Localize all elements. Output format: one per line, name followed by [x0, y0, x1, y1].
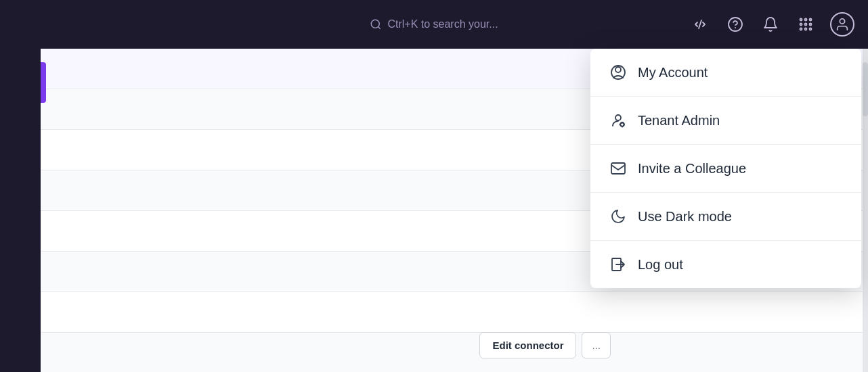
invite-colleague-label: Invite a Colleague: [638, 161, 746, 177]
my-account-label: My Account: [638, 65, 708, 80]
purple-indicator: [41, 62, 46, 103]
content-row-8: [41, 333, 868, 372]
navbar: Ctrl+K to search your...: [0, 0, 868, 49]
svg-point-5: [810, 19, 812, 21]
scrollbar-thumb[interactable]: [863, 62, 868, 116]
user-cog-icon: [609, 112, 627, 129]
menu-item-tenant-admin[interactable]: Tenant Admin: [590, 97, 861, 145]
envelope-icon: [609, 160, 627, 177]
search-placeholder: Ctrl+K to search your...: [387, 18, 498, 30]
edit-connector-button[interactable]: Edit connector: [479, 332, 576, 358]
navbar-center: Ctrl+K to search your...: [370, 18, 498, 30]
scrollbar[interactable]: [863, 49, 868, 372]
menu-item-invite-colleague[interactable]: Invite a Colleague: [590, 145, 861, 193]
svg-point-7: [805, 24, 807, 26]
svg-point-4: [805, 19, 807, 21]
svg-point-8: [810, 24, 812, 26]
bell-icon[interactable]: [760, 14, 781, 35]
sidebar-strip: [0, 49, 41, 372]
svg-point-12: [840, 19, 844, 24]
svg-point-6: [800, 24, 802, 26]
svg-rect-16: [611, 163, 625, 174]
help-icon[interactable]: [724, 14, 746, 35]
svg-point-14: [615, 115, 621, 120]
svg-point-3: [800, 19, 802, 21]
search-bar[interactable]: Ctrl+K to search your...: [370, 18, 498, 30]
svg-point-10: [805, 28, 807, 30]
code-icon[interactable]: [689, 14, 711, 35]
search-icon: [370, 18, 382, 30]
moon-icon: [609, 208, 627, 225]
svg-line-1: [378, 26, 381, 28]
svg-point-2: [729, 18, 742, 31]
menu-item-log-out[interactable]: Log out: [590, 241, 861, 288]
dark-mode-label: Use Dark mode: [638, 209, 732, 225]
apps-icon[interactable]: [795, 14, 817, 35]
menu-item-my-account[interactable]: My Account: [590, 49, 861, 97]
tenant-admin-label: Tenant Admin: [638, 113, 720, 129]
content-row-7: [41, 292, 868, 333]
log-out-icon: [609, 256, 627, 273]
svg-point-9: [800, 28, 802, 30]
more-button[interactable]: ...: [582, 332, 611, 358]
bottom-bar: Edit connector ...: [479, 332, 611, 358]
user-dropdown-menu: My Account Tenant Admin Invite a Colleag…: [590, 49, 861, 288]
menu-item-dark-mode[interactable]: Use Dark mode: [590, 193, 861, 241]
user-circle-icon: [609, 64, 627, 81]
navbar-icons: [689, 12, 854, 37]
svg-point-11: [810, 28, 812, 30]
svg-point-0: [372, 20, 380, 28]
log-out-label: Log out: [638, 257, 683, 273]
profile-button[interactable]: [830, 12, 854, 37]
